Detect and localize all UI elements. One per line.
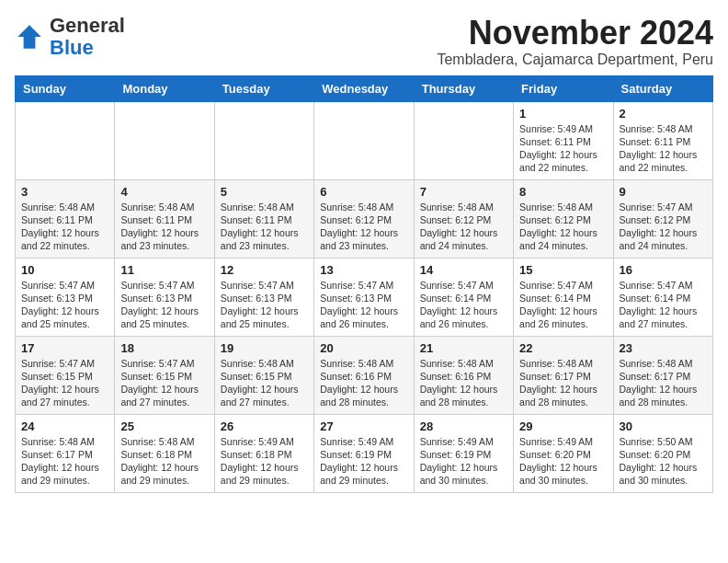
day-number: 6 [320,185,407,199]
day-info: Sunrise: 5:50 AM Sunset: 6:20 PM Dayligh… [620,435,707,488]
calendar-cell: 16Sunrise: 5:47 AM Sunset: 6:14 PM Dayli… [613,258,712,336]
day-info: Sunrise: 5:47 AM Sunset: 6:14 PM Dayligh… [519,279,607,331]
calendar-cell: 15Sunrise: 5:47 AM Sunset: 6:14 PM Dayli… [514,258,613,336]
calendar-cell: 28Sunrise: 5:49 AM Sunset: 6:19 PM Dayli… [414,414,513,492]
day-info: Sunrise: 5:48 AM Sunset: 6:12 PM Dayligh… [519,201,607,253]
calendar-cell: 8Sunrise: 5:48 AM Sunset: 6:12 PM Daylig… [514,179,613,258]
col-sunday: Sunday [16,75,115,101]
day-number: 13 [320,263,407,277]
day-number: 30 [620,419,707,433]
calendar: Sunday Monday Tuesday Wednesday Thursday… [15,75,713,493]
calendar-cell: 27Sunrise: 5:49 AM Sunset: 6:19 PM Dayli… [314,414,414,492]
day-number: 3 [21,185,108,199]
day-number: 9 [620,185,707,199]
day-info: Sunrise: 5:48 AM Sunset: 6:15 PM Dayligh… [221,357,308,409]
day-info: Sunrise: 5:47 AM Sunset: 6:13 PM Dayligh… [221,279,308,331]
calendar-cell [414,101,513,179]
day-number: 24 [21,419,108,433]
day-info: Sunrise: 5:48 AM Sunset: 6:18 PM Dayligh… [120,435,208,488]
day-number: 7 [420,185,507,199]
title-area: November 2024 Tembladera, Cajamarca Depa… [437,15,713,68]
calendar-week-4: 17Sunrise: 5:47 AM Sunset: 6:15 PM Dayli… [16,336,713,414]
day-info: Sunrise: 5:47 AM Sunset: 6:12 PM Dayligh… [620,201,707,253]
calendar-cell: 1Sunrise: 5:49 AM Sunset: 6:11 PM Daylig… [514,101,613,179]
day-number: 14 [420,263,507,277]
calendar-cell: 11Sunrise: 5:47 AM Sunset: 6:13 PM Dayli… [115,258,214,336]
day-info: Sunrise: 5:47 AM Sunset: 6:14 PM Dayligh… [420,279,507,331]
header-row: Sunday Monday Tuesday Wednesday Thursday… [16,75,713,101]
calendar-cell: 18Sunrise: 5:47 AM Sunset: 6:15 PM Dayli… [115,336,214,414]
day-info: Sunrise: 5:48 AM Sunset: 6:16 PM Dayligh… [420,357,507,409]
day-info: Sunrise: 5:47 AM Sunset: 6:15 PM Dayligh… [120,357,208,409]
month-title: November 2024 [437,15,713,52]
day-info: Sunrise: 5:48 AM Sunset: 6:11 PM Dayligh… [120,201,208,253]
day-info: Sunrise: 5:47 AM Sunset: 6:13 PM Dayligh… [21,279,108,331]
day-number: 8 [519,185,607,199]
day-number: 26 [221,419,308,433]
day-number: 19 [221,341,308,355]
day-info: Sunrise: 5:49 AM Sunset: 6:18 PM Dayligh… [221,435,308,488]
day-info: Sunrise: 5:49 AM Sunset: 6:19 PM Dayligh… [320,435,407,488]
calendar-cell: 5Sunrise: 5:48 AM Sunset: 6:11 PM Daylig… [214,179,313,258]
calendar-cell: 29Sunrise: 5:49 AM Sunset: 6:20 PM Dayli… [514,414,613,492]
calendar-cell: 17Sunrise: 5:47 AM Sunset: 6:15 PM Dayli… [16,336,115,414]
day-info: Sunrise: 5:48 AM Sunset: 6:16 PM Dayligh… [320,357,407,409]
col-friday: Friday [514,75,613,101]
calendar-cell: 22Sunrise: 5:48 AM Sunset: 6:17 PM Dayli… [514,336,613,414]
day-number: 12 [221,263,308,277]
day-info: Sunrise: 5:47 AM Sunset: 6:13 PM Dayligh… [320,279,407,331]
day-info: Sunrise: 5:48 AM Sunset: 6:12 PM Dayligh… [420,201,507,253]
day-info: Sunrise: 5:48 AM Sunset: 6:11 PM Dayligh… [221,201,308,253]
day-info: Sunrise: 5:48 AM Sunset: 6:17 PM Dayligh… [519,357,607,409]
calendar-cell: 12Sunrise: 5:47 AM Sunset: 6:13 PM Dayli… [214,258,313,336]
day-info: Sunrise: 5:47 AM Sunset: 6:14 PM Dayligh… [620,279,707,331]
day-number: 5 [221,185,308,199]
col-tuesday: Tuesday [214,75,313,101]
calendar-cell [314,101,414,179]
day-number: 16 [620,263,707,277]
col-wednesday: Wednesday [314,75,414,101]
day-info: Sunrise: 5:48 AM Sunset: 6:11 PM Dayligh… [21,201,108,253]
day-number: 4 [120,185,208,199]
day-number: 18 [120,341,208,355]
calendar-header: Sunday Monday Tuesday Wednesday Thursday… [16,75,713,101]
day-number: 23 [620,341,707,355]
calendar-cell: 19Sunrise: 5:48 AM Sunset: 6:15 PM Dayli… [214,336,313,414]
day-number: 15 [519,263,607,277]
calendar-cell: 13Sunrise: 5:47 AM Sunset: 6:13 PM Dayli… [314,258,414,336]
logo-general: General [50,14,125,37]
day-number: 25 [120,419,208,433]
col-saturday: Saturday [613,75,712,101]
day-number: 29 [519,419,607,433]
calendar-cell: 30Sunrise: 5:50 AM Sunset: 6:20 PM Dayli… [613,414,712,492]
col-thursday: Thursday [414,75,513,101]
calendar-cell [214,101,313,179]
day-info: Sunrise: 5:49 AM Sunset: 6:20 PM Dayligh… [519,435,607,488]
calendar-cell: 4Sunrise: 5:48 AM Sunset: 6:11 PM Daylig… [115,179,214,258]
calendar-week-1: 1Sunrise: 5:49 AM Sunset: 6:11 PM Daylig… [16,101,713,179]
day-info: Sunrise: 5:47 AM Sunset: 6:13 PM Dayligh… [120,279,208,331]
logo: General Blue [15,15,125,59]
calendar-cell [115,101,214,179]
calendar-cell: 10Sunrise: 5:47 AM Sunset: 6:13 PM Dayli… [16,258,115,336]
day-info: Sunrise: 5:49 AM Sunset: 6:19 PM Dayligh… [420,435,507,488]
day-number: 21 [420,341,507,355]
day-number: 10 [21,263,108,277]
day-number: 20 [320,341,407,355]
calendar-cell: 2Sunrise: 5:48 AM Sunset: 6:11 PM Daylig… [613,101,712,179]
calendar-cell: 21Sunrise: 5:48 AM Sunset: 6:16 PM Dayli… [414,336,513,414]
svg-marker-0 [17,25,41,49]
location: Tembladera, Cajamarca Department, Peru [437,52,713,68]
calendar-cell: 24Sunrise: 5:48 AM Sunset: 6:17 PM Dayli… [16,414,115,492]
day-info: Sunrise: 5:48 AM Sunset: 6:17 PM Dayligh… [21,435,108,488]
calendar-cell [16,101,115,179]
calendar-cell: 26Sunrise: 5:49 AM Sunset: 6:18 PM Dayli… [214,414,313,492]
calendar-cell: 25Sunrise: 5:48 AM Sunset: 6:18 PM Dayli… [115,414,214,492]
day-number: 27 [320,419,407,433]
col-monday: Monday [115,75,214,101]
header: General Blue November 2024 Tembladera, C… [15,15,713,68]
day-number: 1 [519,107,607,121]
day-info: Sunrise: 5:48 AM Sunset: 6:12 PM Dayligh… [320,201,407,253]
day-info: Sunrise: 5:47 AM Sunset: 6:15 PM Dayligh… [21,357,108,409]
calendar-week-3: 10Sunrise: 5:47 AM Sunset: 6:13 PM Dayli… [16,258,713,336]
